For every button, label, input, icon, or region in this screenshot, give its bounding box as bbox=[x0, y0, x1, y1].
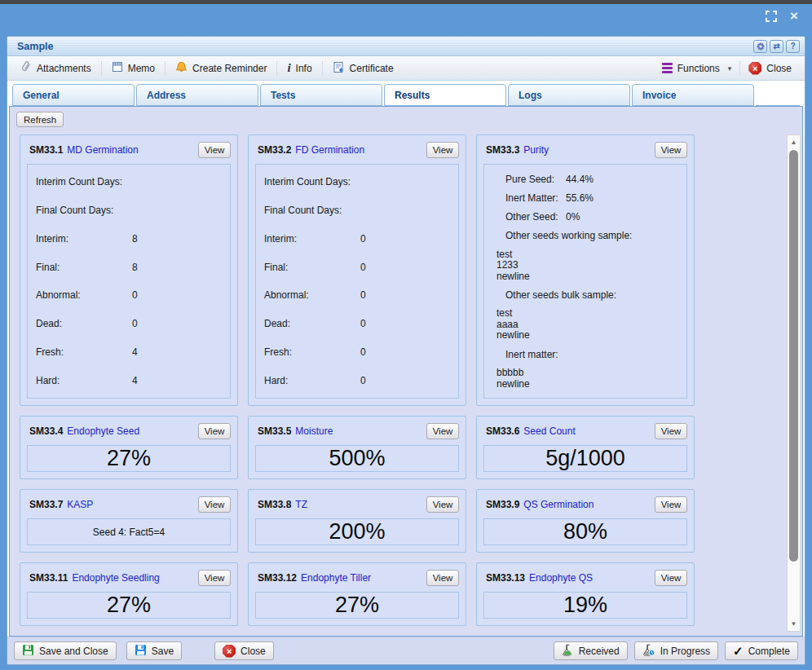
test-name-link[interactable]: Purity bbox=[523, 144, 549, 156]
view-button[interactable]: View bbox=[198, 423, 231, 439]
view-button[interactable]: View bbox=[655, 496, 687, 513]
in-progress-button[interactable]: In Progress bbox=[634, 641, 718, 660]
card-body: Seed 4: Fact5=4 bbox=[27, 518, 231, 545]
close-bottom-label: Close bbox=[241, 646, 266, 657]
view-button[interactable]: View bbox=[426, 570, 459, 586]
count-row: Fresh:0 bbox=[264, 346, 450, 358]
test-name-link[interactable]: MD Germination bbox=[67, 144, 138, 156]
sample-dialog: Sample ⇄ ? Attachments Memo bbox=[7, 36, 805, 665]
tab-label: Address bbox=[147, 90, 186, 101]
purity-line: test bbox=[496, 308, 678, 320]
memo-icon bbox=[112, 61, 123, 75]
close-button[interactable]: × Close bbox=[742, 60, 798, 77]
test-name-link[interactable]: FD Germination bbox=[295, 144, 364, 156]
tab-tests[interactable]: Tests bbox=[260, 84, 382, 106]
create-reminder-label: Create Reminder bbox=[192, 63, 267, 74]
card-body: 5g/1000 bbox=[483, 445, 687, 472]
fullscreen-icon[interactable] bbox=[765, 10, 778, 23]
tab-results[interactable]: Results bbox=[384, 84, 506, 106]
tab-logs[interactable]: Logs bbox=[508, 84, 630, 106]
flask-icon bbox=[562, 644, 574, 659]
result-card: SM33.4Endophyte SeedView27% bbox=[20, 416, 238, 479]
test-name-link[interactable]: TZ bbox=[295, 499, 307, 510]
test-name-link[interactable]: Endophyte Seed bbox=[67, 425, 139, 437]
result-card: SM33.12Endophyte TillerView27% bbox=[248, 562, 466, 626]
result-card: SM33.8TZView200% bbox=[248, 489, 466, 553]
count-value: 0 bbox=[360, 262, 366, 273]
close-icon[interactable]: × bbox=[788, 10, 801, 23]
save-button[interactable]: Save bbox=[126, 641, 182, 660]
create-reminder-button[interactable]: Create Reminder bbox=[169, 59, 273, 78]
toolbar-separator bbox=[276, 61, 277, 76]
card-body: 27% bbox=[255, 592, 459, 619]
received-button[interactable]: Received bbox=[554, 641, 628, 660]
count-label: Fresh: bbox=[36, 346, 132, 358]
count-value: 4 bbox=[132, 375, 138, 386]
test-name-link[interactable]: Endophyte Seedling bbox=[72, 572, 159, 584]
attachments-button[interactable]: Attachments bbox=[14, 58, 98, 78]
scroll-up-icon[interactable]: ▲ bbox=[788, 136, 800, 148]
tab-general[interactable]: General bbox=[12, 84, 135, 106]
count-label: Hard: bbox=[36, 375, 132, 386]
card-header: SM33.4Endophyte SeedView bbox=[20, 417, 237, 445]
help-icon[interactable]: ? bbox=[786, 40, 800, 53]
card-body: 500% bbox=[255, 445, 459, 472]
count-value: 8 bbox=[132, 233, 138, 245]
scrollbar-thumb[interactable] bbox=[789, 150, 798, 562]
view-button[interactable]: View bbox=[426, 423, 459, 439]
view-button[interactable]: View bbox=[655, 423, 687, 439]
count-row: Fresh:4 bbox=[36, 346, 222, 358]
view-button[interactable]: View bbox=[655, 570, 687, 586]
scroll-down-icon[interactable]: ▼ bbox=[788, 618, 800, 630]
test-name-link[interactable]: Endophyte Tiller bbox=[301, 572, 371, 584]
view-button[interactable]: View bbox=[426, 496, 459, 513]
view-button[interactable]: View bbox=[426, 142, 459, 158]
test-name-link[interactable]: Moisture bbox=[295, 425, 333, 437]
result-card: SM33.7KASPViewSeed 4: Fact5=4 bbox=[20, 489, 238, 553]
check-icon: ✓ bbox=[733, 646, 744, 657]
card-header: SM33.6Seed CountView bbox=[477, 417, 694, 445]
info-button[interactable]: i Info bbox=[280, 60, 318, 77]
test-name-link[interactable]: QS Germination bbox=[523, 499, 594, 510]
view-button[interactable]: View bbox=[198, 142, 231, 158]
tab-address[interactable]: Address bbox=[136, 84, 258, 106]
purity-row: Inert Matter:55.6% bbox=[494, 192, 678, 204]
result-value: 500% bbox=[329, 446, 385, 471]
view-button[interactable]: View bbox=[198, 570, 231, 586]
flask-clock-icon bbox=[642, 644, 655, 659]
result-card: SM33.13Endophyte QSView19% bbox=[476, 562, 695, 626]
card-header: SM33.12Endophyte TillerView bbox=[249, 563, 466, 592]
count-label: Hard: bbox=[264, 375, 360, 386]
card-body: 27% bbox=[27, 445, 231, 472]
certificate-button[interactable]: Certificate bbox=[326, 59, 400, 78]
test-name-link[interactable]: KASP bbox=[67, 499, 93, 510]
count-row: Abnormal:0 bbox=[264, 289, 450, 301]
count-label: Abnormal: bbox=[36, 289, 132, 301]
test-name-link[interactable]: Seed Count bbox=[523, 425, 575, 437]
card-header: SM33.8TZView bbox=[249, 490, 466, 518]
count-value: 8 bbox=[132, 262, 138, 273]
card-header: SM33.11Endophyte SeedlingView bbox=[20, 563, 237, 592]
view-button[interactable]: View bbox=[198, 496, 231, 513]
tab-label: Results bbox=[395, 90, 430, 101]
memo-button[interactable]: Memo bbox=[105, 59, 161, 77]
functions-button[interactable]: Functions ▾ bbox=[655, 60, 739, 77]
close-bottom-button[interactable]: × Close bbox=[214, 641, 274, 660]
save-blue-icon bbox=[135, 644, 147, 659]
view-button[interactable]: View bbox=[655, 142, 687, 158]
tab-invoice[interactable]: Invoice bbox=[632, 84, 754, 106]
gear-icon[interactable] bbox=[753, 40, 767, 53]
purity-row: Pure Seed:44.4% bbox=[494, 174, 678, 185]
vertical-scrollbar[interactable]: ▲ ▼ bbox=[787, 134, 801, 632]
count-label: Interim: bbox=[264, 233, 360, 245]
refresh-button[interactable]: Refresh bbox=[16, 112, 64, 127]
close-red-icon: × bbox=[748, 62, 761, 75]
save-green-icon bbox=[22, 644, 34, 659]
memo-label: Memo bbox=[128, 63, 155, 74]
refresh-circle-icon[interactable]: ⇄ bbox=[770, 40, 783, 53]
save-and-close-button[interactable]: Save and Close bbox=[14, 641, 117, 660]
count-label: Dead: bbox=[36, 318, 132, 329]
count-label: Fresh: bbox=[264, 346, 360, 358]
test-name-link[interactable]: Endophyte QS bbox=[529, 572, 593, 584]
complete-button[interactable]: ✓ Complete bbox=[725, 641, 798, 660]
